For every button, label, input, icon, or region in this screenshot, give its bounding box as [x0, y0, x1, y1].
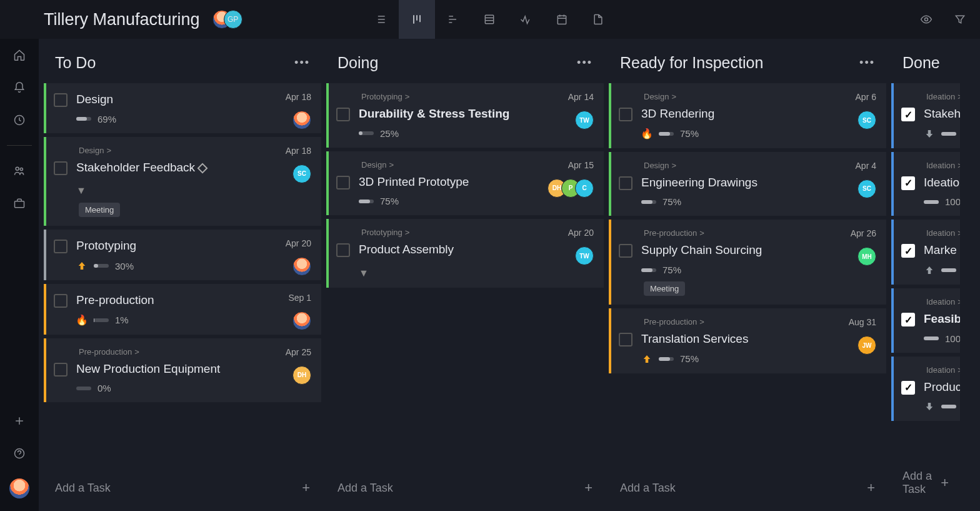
- card-right: Apr 14TW: [568, 92, 594, 129]
- progress-percent: 75%: [662, 265, 681, 275]
- bell-icon[interactable]: [12, 80, 27, 95]
- help-icon[interactable]: [12, 446, 27, 461]
- card-right: Aug 31JW: [849, 317, 876, 355]
- assignees: [286, 257, 311, 276]
- task-checkbox[interactable]: ✓: [901, 176, 915, 190]
- task-card[interactable]: Design >3D Rendering🔥75%Apr 6SC: [609, 83, 886, 148]
- task-checkbox[interactable]: [54, 294, 68, 308]
- task-title: Engineering Drawings: [641, 175, 876, 191]
- add-task-button[interactable]: Add a Task+: [326, 471, 604, 505]
- task-title: Marke: [924, 243, 960, 258]
- assignee-avatar: [292, 257, 311, 276]
- task-card[interactable]: Design >Engineering Drawings75%Apr 4SC: [609, 152, 886, 216]
- task-checkbox[interactable]: ✓: [901, 108, 915, 121]
- card-right: Apr 26MH: [851, 228, 876, 266]
- parent-label: Design >: [644, 92, 876, 101]
- assignees: SC: [856, 180, 876, 198]
- chevron-down-icon[interactable]: ▼: [76, 185, 86, 196]
- task-card[interactable]: Ideation >✓Stakeh100%: [891, 83, 960, 148]
- task-title: Feasib: [924, 311, 960, 327]
- assignees: DH: [286, 366, 311, 385]
- divider: [7, 145, 32, 146]
- calendar-view-tab[interactable]: [544, 0, 580, 39]
- list-view-tab[interactable]: [362, 0, 399, 39]
- column-doing: Doing•••Prototyping >Durability & Stress…: [326, 45, 604, 505]
- view-tabs: [362, 0, 616, 39]
- people-icon[interactable]: [12, 163, 27, 178]
- plus-icon: +: [584, 480, 592, 496]
- task-checkbox[interactable]: [336, 108, 350, 121]
- card-right: Apr 18SC: [286, 146, 311, 183]
- task-card[interactable]: Ideation >✓Feasib100%: [891, 288, 960, 353]
- chevron-down-icon[interactable]: ▼: [359, 268, 369, 279]
- task-checkbox[interactable]: ✓: [901, 244, 915, 258]
- column-menu-icon[interactable]: •••: [859, 56, 875, 69]
- files-view-tab[interactable]: [580, 0, 616, 39]
- gantt-view-tab[interactable]: [435, 0, 471, 39]
- task-card[interactable]: Design >3D Printed Prototype75%Apr 15DHP…: [326, 151, 604, 216]
- assignee-avatar: DH: [292, 366, 311, 385]
- task-meta: ▼: [76, 181, 311, 196]
- task-card[interactable]: Prototyping >Product Assembly▼Apr 20TW: [326, 219, 604, 288]
- clock-icon[interactable]: [12, 113, 27, 128]
- filter-icon[interactable]: [952, 12, 968, 27]
- assignees: TW: [568, 111, 594, 129]
- add-task-button[interactable]: Add a Task+: [44, 471, 321, 505]
- user-avatar[interactable]: [9, 478, 29, 498]
- svg-point-4: [15, 449, 24, 458]
- task-checkbox[interactable]: [54, 363, 68, 377]
- task-card[interactable]: Ideation >✓Marke100%: [891, 220, 960, 285]
- task-card[interactable]: Pre-production >Translation Services75%A…: [609, 308, 886, 373]
- task-meta: ▼: [359, 264, 594, 279]
- card-right: Apr 4SC: [856, 161, 876, 198]
- task-checkbox[interactable]: [619, 176, 632, 190]
- parent-label: Ideation >: [926, 92, 950, 101]
- task-card[interactable]: Design69%Apr 18: [44, 83, 321, 133]
- visibility-icon[interactable]: [919, 12, 934, 27]
- assignees: DHPC: [552, 179, 594, 198]
- task-card[interactable]: Ideation >✓Produc100%: [891, 357, 960, 422]
- task-tag: Meeting: [79, 203, 120, 217]
- task-checkbox[interactable]: [336, 243, 350, 257]
- sheet-view-tab[interactable]: [471, 0, 508, 39]
- task-checkbox[interactable]: [619, 108, 632, 121]
- parent-label: Ideation >: [926, 161, 950, 170]
- task-card[interactable]: Ideation >✓Ideatio100%: [891, 152, 960, 216]
- task-checkbox[interactable]: [54, 161, 68, 175]
- add-task-button[interactable]: Add a Task+: [609, 471, 886, 505]
- task-card[interactable]: Design >Stakeholder Feedback▼MeetingApr …: [44, 137, 321, 226]
- dashboard-view-tab[interactable]: [508, 0, 544, 39]
- task-card[interactable]: Prototyping >Durability & Stress Testing…: [326, 83, 604, 148]
- assignee-avatar: [292, 111, 311, 129]
- task-checkbox[interactable]: [336, 176, 350, 190]
- project-members[interactable]: GP: [212, 10, 242, 29]
- task-checkbox[interactable]: [54, 240, 68, 253]
- svg-rect-5: [485, 15, 493, 23]
- task-card[interactable]: Pre-production >Supply Chain Sourcing75%…: [609, 220, 886, 305]
- parent-label: Ideation >: [926, 297, 950, 306]
- board-view-tab[interactable]: [399, 0, 435, 39]
- task-title: Ideatio: [924, 175, 960, 191]
- column-menu-icon[interactable]: •••: [294, 56, 310, 69]
- arrow-up-icon: [924, 265, 935, 276]
- plus-icon[interactable]: [12, 413, 27, 428]
- column-header: Done: [891, 45, 960, 83]
- briefcase-icon[interactable]: [12, 196, 27, 211]
- home-icon[interactable]: [12, 48, 27, 63]
- progress-percent: 69%: [98, 114, 116, 124]
- task-checkbox[interactable]: ✓: [901, 313, 915, 326]
- task-checkbox[interactable]: ✓: [901, 381, 915, 395]
- task-checkbox[interactable]: [619, 244, 632, 258]
- card-list: Ideation >✓Stakeh100%Ideation >✓Ideatio1…: [891, 83, 960, 457]
- add-task-button[interactable]: Add a Task+: [891, 461, 960, 505]
- task-card[interactable]: Pre-production >New Production Equipment…: [44, 338, 321, 403]
- task-card[interactable]: Prototyping30%Apr 20: [44, 230, 321, 280]
- task-checkbox[interactable]: [54, 93, 68, 107]
- task-checkbox[interactable]: [619, 333, 632, 347]
- column-menu-icon[interactable]: •••: [577, 56, 592, 69]
- column-header: To Do•••: [44, 45, 321, 83]
- assignee-avatar: TW: [575, 111, 594, 129]
- card-right: Apr 15DHPC: [552, 160, 594, 198]
- task-card[interactable]: Pre-production🔥1%Sep 1: [44, 284, 321, 335]
- assignee-avatar: TW: [575, 246, 594, 265]
